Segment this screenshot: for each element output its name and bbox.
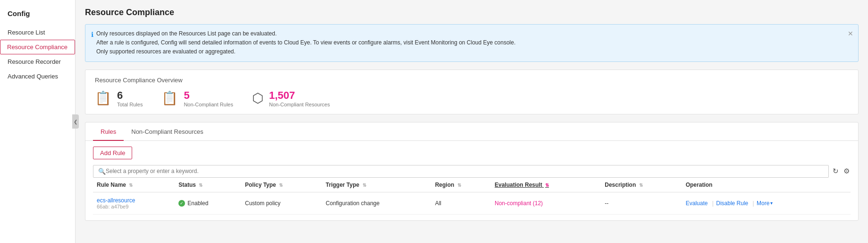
search-input-wrap: 🔍 <box>93 165 829 178</box>
card-non-compliant-rules: 📋 5 Non-Compliant Rules <box>161 89 233 107</box>
overview-cards: 📋 6 Total Rules 📋 5 Non-Compliant Rules … <box>95 89 849 107</box>
sort-policy-type[interactable]: ⇅ <box>279 182 283 188</box>
cell-operation: Evaluate | Disable Rule | More ▾ <box>682 192 851 214</box>
search-icon: 🔍 <box>98 168 106 175</box>
sidebar-item-resource-recorder[interactable]: Resource Recorder <box>0 54 75 69</box>
rules-section: Rules Non-Compliant Resources Add Rule 🔍… <box>85 122 859 221</box>
page-title: Resource Compliance <box>85 8 859 17</box>
main-content: Resource Compliance ℹ Only resources dis… <box>76 0 868 243</box>
tab-non-compliant-resources[interactable]: Non-Compliant Resources <box>124 122 211 141</box>
col-operation: Operation <box>682 178 851 192</box>
sort-evaluation-result[interactable]: ⇅ <box>545 182 549 188</box>
non-compliant-resources-icon: ⬡ <box>252 90 263 106</box>
sidebar-item-resource-compliance[interactable]: Resource Compliance <box>0 40 75 54</box>
sort-region[interactable]: ⇅ <box>457 182 461 188</box>
rules-body: Add Rule 🔍 ↻ ⚙ Rule Name ⇅ <box>85 141 858 220</box>
cell-description: -- <box>601 192 682 214</box>
info-icon: ℹ <box>91 29 93 40</box>
tab-rules[interactable]: Rules <box>93 122 124 141</box>
info-banner: ℹ Only resources displayed on the Resour… <box>85 24 859 62</box>
status-enabled: ✓ Enabled <box>178 200 237 207</box>
sort-description[interactable]: ⇅ <box>639 182 643 188</box>
evaluation-result-link[interactable]: Non-compliant (12) <box>495 200 543 207</box>
sidebar: Config Resource List Resource Compliance… <box>0 0 76 243</box>
cell-policy-type: Custom policy <box>241 192 322 214</box>
cell-evaluation-result: Non-compliant (12) <box>491 192 601 214</box>
search-row: 🔍 ↻ ⚙ <box>93 165 851 178</box>
search-input[interactable] <box>106 168 824 174</box>
status-label: Enabled <box>187 200 208 207</box>
sidebar-item-advanced-queries[interactable]: Advanced Queries <box>0 69 75 84</box>
more-label: More <box>757 200 769 207</box>
non-compliant-resources-label: Non-Compliant Resources <box>269 102 330 107</box>
info-line3: Only supported resources are evaluated o… <box>96 47 515 56</box>
tabs: Rules Non-Compliant Resources <box>85 122 858 141</box>
card-non-compliant-resources: ⬡ 1,507 Non-Compliant Resources <box>252 89 330 107</box>
settings-button[interactable]: ⚙ <box>843 166 851 176</box>
rules-table: Rule Name ⇅ Status ⇅ Policy Type ⇅ Tri <box>93 178 851 215</box>
disable-rule-link[interactable]: Disable Rule <box>716 200 748 207</box>
evaluate-link[interactable]: Evaluate <box>686 200 708 207</box>
sidebar-item-resource-list[interactable]: Resource List <box>0 25 75 40</box>
rule-sub: 66ab: a47be9 <box>97 204 171 209</box>
total-rules-label: Total Rules <box>117 102 143 107</box>
col-policy-type: Policy Type ⇅ <box>241 178 322 192</box>
non-compliant-rules-value: 5 <box>184 89 233 102</box>
col-description: Description ⇅ <box>601 178 682 192</box>
sort-trigger-type[interactable]: ⇅ <box>362 182 366 188</box>
col-evaluation-result: Evaluation Result ⇅ <box>491 178 601 192</box>
info-banner-close[interactable]: ✕ <box>848 28 853 39</box>
col-status: Status ⇅ <box>175 178 241 192</box>
app-title: Config <box>0 5 75 25</box>
rule-name-link[interactable]: ecs-allresource <box>97 197 135 204</box>
table-row: ecs-allresource 66ab: a47be9 ✓ Enabled C… <box>93 192 851 214</box>
non-compliant-rules-label: Non-Compliant Rules <box>184 102 233 107</box>
col-region: Region ⇅ <box>431 178 491 192</box>
total-rules-value: 6 <box>117 89 143 102</box>
col-trigger-type: Trigger Type ⇅ <box>322 178 431 192</box>
overview-section: Resource Compliance Overview 📋 6 Total R… <box>85 69 859 114</box>
refresh-button[interactable]: ↻ <box>832 166 840 176</box>
cell-status: ✓ Enabled <box>175 192 241 214</box>
status-dot: ✓ <box>178 200 185 207</box>
overview-title: Resource Compliance Overview <box>95 77 849 84</box>
info-line2: After a rule is configured, Config will … <box>96 38 515 47</box>
more-dropdown[interactable]: More ▾ <box>757 200 773 207</box>
cell-trigger-type: Configuration change <box>322 192 431 214</box>
info-line1: Only resources displayed on the Resource… <box>96 29 515 38</box>
sort-rule-name[interactable]: ⇅ <box>129 182 133 188</box>
card-total-rules: 📋 6 Total Rules <box>95 89 143 107</box>
sidebar-collapse-handle[interactable]: ❮ <box>72 114 79 129</box>
non-compliant-resources-value: 1,507 <box>269 89 330 102</box>
total-rules-icon: 📋 <box>95 90 111 106</box>
sort-status[interactable]: ⇅ <box>199 182 202 188</box>
add-rule-button[interactable]: Add Rule <box>93 147 132 159</box>
non-compliant-rules-icon: 📋 <box>161 90 178 106</box>
cell-rule-name: ecs-allresource 66ab: a47be9 <box>93 192 175 214</box>
cell-region: All <box>431 192 491 214</box>
more-arrow-icon: ▾ <box>770 200 773 206</box>
col-rule-name: Rule Name ⇅ <box>93 178 175 192</box>
